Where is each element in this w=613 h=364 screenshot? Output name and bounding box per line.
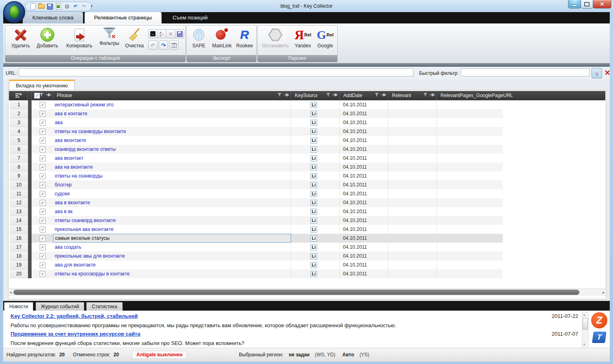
relevant-cell[interactable] <box>388 225 437 234</box>
scroll-right-icon[interactable]: ▸ <box>602 290 604 294</box>
relevant-cell[interactable] <box>388 145 437 154</box>
select-all-checkbox[interactable]: ✓ <box>34 93 40 99</box>
row-checkbox[interactable]: ✓ <box>40 271 46 277</box>
relevantpages-cell[interactable] <box>437 243 605 252</box>
relevant-cell[interactable] <box>388 252 437 260</box>
adddate-cell[interactable]: 04.10.2011 <box>340 207 388 216</box>
service-logo-orange-z[interactable]: Z <box>591 312 607 328</box>
sort-az-button[interactable]: az↓ <box>157 29 166 38</box>
adddate-cell[interactable]: 04.10.2011 <box>340 154 388 163</box>
relevant-cell[interactable] <box>388 216 437 225</box>
news-scrollbar[interactable]: ▴ ▾ <box>582 312 589 347</box>
row-checkbox[interactable]: ✓ <box>40 191 46 197</box>
news-scroll-thumb[interactable] <box>583 318 588 330</box>
row-number[interactable]: 14 <box>10 216 28 225</box>
row-checkbox[interactable]: ✓ <box>40 164 46 170</box>
open-folder-icon[interactable] <box>38 3 45 10</box>
rookee-button[interactable]: R Rookee <box>234 27 255 53</box>
phrase-cell[interactable]: интерактивный режим это <box>53 100 291 109</box>
service-logo-blue-t[interactable]: T <box>592 332 607 343</box>
tab-default-view[interactable]: Вкладка по умолчанию <box>9 80 75 91</box>
phrase-cell[interactable]: судоки <box>53 189 291 198</box>
undo-disabled-button[interactable]: ↶ <box>148 40 158 50</box>
adddate-cell[interactable]: 04.10.2011 <box>340 269 388 278</box>
row-checkbox[interactable]: ✓ <box>40 138 46 144</box>
tab-relevant-pages[interactable]: Релевантные страницы <box>85 12 162 23</box>
relevantpages-cell[interactable] <box>437 100 605 109</box>
relevantpages-cell[interactable] <box>437 225 605 234</box>
row-checkbox-cell[interactable]: ✓ <box>32 243 53 252</box>
row-number[interactable]: 17 <box>10 243 28 252</box>
keysource-cell[interactable]: Li <box>291 118 340 127</box>
row-number[interactable]: 20 <box>10 269 28 278</box>
adddate-cell[interactable]: 04.10.2011 <box>340 180 388 189</box>
row-number[interactable]: 11 <box>10 189 28 198</box>
keysource-column-header[interactable]: KeySource <box>291 91 340 100</box>
row-checkbox-cell[interactable]: ✓ <box>32 234 53 243</box>
row-number[interactable]: 10 <box>10 180 28 189</box>
relevant-cell[interactable] <box>388 136 437 145</box>
region-value[interactable]: не задан <box>289 352 309 358</box>
relevantpages-column-header[interactable]: RelevantPages_GooglePageURL <box>437 91 605 100</box>
adddate-cell[interactable]: 04.10.2011 <box>340 136 388 145</box>
close-button[interactable]: ✕ <box>593 0 611 8</box>
row-number[interactable]: 6 <box>10 145 28 154</box>
relevant-column-header[interactable]: Relevant <box>388 91 437 100</box>
row-checkbox[interactable]: ✓ <box>40 182 46 188</box>
news-link[interactable]: Key Collector 2.2: удобней, быстрей, ста… <box>11 313 138 319</box>
relevant-cell[interactable] <box>388 163 437 171</box>
relevantpages-cell[interactable] <box>437 154 605 163</box>
row-number[interactable]: 9 <box>10 171 28 180</box>
relevant-cell[interactable] <box>388 189 437 198</box>
adddate-cell[interactable]: 04.10.2011 <box>340 260 388 269</box>
phrase-cell[interactable]: ава вконтакт <box>53 154 291 163</box>
yandex-rel-button[interactable]: ЯRel Yandex <box>292 27 314 53</box>
relevantpages-cell[interactable] <box>437 234 605 243</box>
row-checkbox[interactable]: ✓ <box>40 262 46 268</box>
relevantpages-cell[interactable] <box>437 252 605 260</box>
relevantpages-cell[interactable] <box>437 136 605 145</box>
mainlink-button[interactable]: MainLink <box>210 27 234 53</box>
keysource-cell[interactable]: Li <box>291 145 340 154</box>
row-checkbox[interactable]: ✓ <box>40 235 46 241</box>
row-checkbox-cell[interactable]: ✓ <box>32 136 53 145</box>
keysource-cell[interactable]: Li <box>291 180 340 189</box>
relevant-cell[interactable] <box>388 234 437 243</box>
row-checkbox-cell[interactable]: ✓ <box>32 118 53 127</box>
cleanup-button[interactable]: Очистка <box>122 27 147 53</box>
row-number[interactable]: 15 <box>10 225 28 234</box>
row-checkbox[interactable]: ✓ <box>40 129 46 135</box>
tab-event-log[interactable]: Журнал событий <box>36 302 84 311</box>
scroll-down-icon[interactable]: ▾ <box>583 343 585 346</box>
adddate-cell[interactable]: 04.10.2011 <box>340 225 388 234</box>
adddate-cell[interactable]: 04.10.2011 <box>340 127 388 136</box>
row-checkbox-cell[interactable]: ✓ <box>32 154 53 163</box>
adddate-cell[interactable]: 04.10.2011 <box>340 118 388 127</box>
url-input[interactable] <box>19 68 413 76</box>
keysource-cell[interactable]: Li <box>291 189 340 198</box>
keysource-cell[interactable]: Li <box>291 163 340 171</box>
phrase-cell[interactable]: ава в контакте <box>53 109 291 118</box>
minimize-button[interactable] <box>568 0 581 8</box>
select-all-header[interactable]: ✓ <box>32 91 53 100</box>
keysource-cell[interactable]: Li <box>291 136 340 145</box>
clear-filter-button[interactable]: ✕ <box>603 68 612 77</box>
phrase-cell[interactable]: ава в вконтакте <box>53 198 291 207</box>
fit-columns-button[interactable]: ↔ <box>148 29 158 38</box>
phrase-cell[interactable]: ответы на сканворды вконтакте <box>53 127 291 136</box>
horizontal-scrollbar[interactable]: ◂ ▸ <box>9 288 605 296</box>
maximize-button[interactable] <box>581 0 593 8</box>
redo-button[interactable]: ↷ <box>159 40 168 50</box>
settings-gear-icon[interactable]: ⚙ <box>63 3 71 10</box>
redo-icon[interactable]: ↷ <box>80 3 88 10</box>
row-checkbox-cell[interactable]: ✓ <box>32 109 53 118</box>
row-checkbox-cell[interactable]: ✓ <box>32 163 53 171</box>
apply-filter-button[interactable] <box>592 68 602 78</box>
row-number[interactable]: 16 <box>10 234 28 243</box>
keysource-cell[interactable]: Li <box>291 269 340 278</box>
row-checkbox[interactable]: ✓ <box>40 226 46 233</box>
adddate-cell[interactable]: 04.10.2011 <box>340 109 388 118</box>
relevantpages-cell[interactable] <box>437 207 605 216</box>
adddate-cell[interactable]: 04.10.2011 <box>340 145 388 154</box>
scroll-left-icon[interactable]: ◂ <box>10 290 12 294</box>
